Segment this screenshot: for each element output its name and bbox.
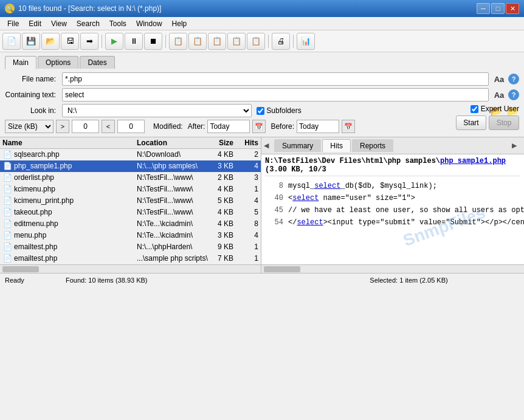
- file-icon: 📄: [2, 230, 12, 240]
- subfolders-checkbox[interactable]: [257, 107, 264, 115]
- containing-text-input[interactable]: [62, 88, 489, 102]
- file-hits: 3: [237, 173, 258, 182]
- file-location: N:\Te...\kciadmin\: [137, 219, 210, 228]
- stop-button[interactable]: Stop: [489, 115, 519, 130]
- file-row[interactable]: 📄 menu.php N:\Te...\kciadmin\ 3 KB 4: [0, 230, 261, 241]
- close-button[interactable]: ✕: [506, 3, 519, 14]
- detail-tabs-bar: ◀ Summary Hits Reports ▶: [261, 137, 524, 154]
- file-name: kcimenu_print.php: [14, 196, 74, 205]
- size-select[interactable]: Size (kB): [5, 120, 53, 133]
- toolbar-fwd[interactable]: ➡: [80, 33, 98, 50]
- tab-dates[interactable]: Dates: [80, 56, 114, 69]
- status-bar: Ready Found: 10 items (38.93 KB) Selecte…: [0, 273, 524, 286]
- file-location: N:\TestFil...\www\: [137, 196, 210, 205]
- toolbar-new[interactable]: 📄: [2, 33, 21, 50]
- modified-label: Modified:: [153, 122, 183, 131]
- toolbar-paste3[interactable]: 📋: [247, 33, 265, 50]
- toolbar-paste2[interactable]: 📋: [227, 33, 246, 50]
- before-calendar-btn[interactable]: 📅: [342, 120, 355, 133]
- size-lt-btn[interactable]: <: [102, 120, 115, 133]
- file-row[interactable]: 📄 kcimenu.php N:\TestFil...\www\ 4 KB 1: [0, 184, 261, 195]
- toolbar-open[interactable]: 📂: [41, 33, 60, 50]
- file-icon: 📄: [2, 253, 12, 263]
- toolbar-print[interactable]: 🖨: [272, 33, 290, 50]
- toolbar-sep3: [268, 35, 269, 48]
- toolbar-stop[interactable]: ⏹: [144, 33, 162, 50]
- file-row[interactable]: 📄 emailtest.php ...\sample php scripts\ …: [0, 253, 261, 264]
- file-hits: 4: [237, 162, 258, 170]
- file-hits: 1: [237, 185, 258, 193]
- menu-window[interactable]: Window: [131, 18, 167, 29]
- toolbar-copy[interactable]: 📋: [169, 33, 187, 50]
- tab-options[interactable]: Options: [38, 56, 78, 69]
- before-date-input[interactable]: [297, 120, 339, 133]
- detail-file-path: N:\TestFiles\Dev Files\html\php samples\: [265, 157, 440, 165]
- menu-tools[interactable]: Tools: [105, 18, 131, 29]
- file-row[interactable]: 📄 editmenu.php N:\Te...\kciadmin\ 4 KB 8: [0, 218, 261, 230]
- expert-user-checkbox[interactable]: [471, 105, 478, 113]
- file-name: php_sample1.php: [14, 162, 72, 170]
- file-name: menu.php: [14, 231, 46, 239]
- file-row[interactable]: 📄 orderlist.php N:\TestFil...\www\ 2 KB …: [0, 172, 261, 184]
- file-list-hscroll-thumb[interactable]: [2, 266, 39, 272]
- containing-text-help-icon[interactable]: ?: [508, 89, 519, 100]
- menu-view[interactable]: View: [46, 18, 72, 29]
- detail-tab-next-arrow[interactable]: ▶: [512, 142, 522, 150]
- toolbar-save[interactable]: 💾: [22, 33, 40, 50]
- col-header-size: Size: [210, 139, 237, 147]
- code-lines-container: 8mysql_select_db($db, $mysql_link);40<se…: [265, 180, 520, 229]
- detail-hscroll[interactable]: [261, 264, 524, 273]
- detail-hscroll-thumb[interactable]: [264, 266, 300, 272]
- detail-tab-reports[interactable]: Reports: [352, 139, 393, 152]
- file-name-help-icon[interactable]: ?: [508, 74, 519, 84]
- col-header-location: Location: [137, 139, 210, 147]
- after-calendar-btn[interactable]: 📅: [252, 120, 266, 133]
- containing-text-font-btn[interactable]: Aa: [492, 88, 506, 102]
- toolbar-report[interactable]: 📊: [297, 33, 315, 50]
- menu-search[interactable]: Search: [72, 18, 105, 29]
- col-header-name: Name: [2, 139, 137, 147]
- size-lt-input[interactable]: [117, 120, 145, 133]
- detail-tab-hits[interactable]: Hits: [322, 139, 351, 152]
- file-location: N:\...\phpHarden\: [137, 243, 210, 251]
- file-name-input[interactable]: [62, 72, 489, 86]
- menu-file[interactable]: File: [2, 18, 24, 29]
- detail-tab-prev-arrow[interactable]: ◀: [264, 142, 274, 150]
- containing-text-label: Containing text:: [5, 91, 60, 99]
- toolbar-paste[interactable]: 📋: [208, 33, 226, 50]
- file-list-hscroll[interactable]: [0, 264, 261, 273]
- toolbar-copy2[interactable]: 📋: [188, 33, 207, 50]
- file-name: orderlist.php: [14, 173, 54, 182]
- toolbar-pause[interactable]: ⏸: [125, 33, 143, 50]
- menu-edit[interactable]: Edit: [24, 18, 46, 29]
- start-button[interactable]: Start: [456, 115, 486, 130]
- toolbar-save2[interactable]: 🖫: [61, 33, 79, 50]
- window-title: 10 files found - [Search: select in N:\ …: [18, 4, 161, 13]
- look-in-select[interactable]: N:\: [62, 104, 252, 117]
- file-hits: 1: [237, 254, 258, 263]
- after-date-input[interactable]: [207, 120, 250, 133]
- minimize-button[interactable]: ─: [477, 3, 490, 14]
- tab-main[interactable]: Main: [5, 56, 36, 69]
- maximize-button[interactable]: □: [491, 3, 505, 14]
- size-gt-btn[interactable]: >: [56, 120, 69, 133]
- right-controls: Expert User Start Stop: [456, 105, 519, 130]
- before-label: Before:: [271, 122, 294, 131]
- file-row[interactable]: 📄 kcimenu_print.php N:\TestFil...\www\ 5…: [0, 195, 261, 207]
- file-name-font-btn[interactable]: Aa: [492, 72, 506, 86]
- file-icon: 📄: [2, 242, 12, 252]
- size-gt-input[interactable]: [72, 120, 99, 133]
- toolbar-play[interactable]: ▶: [105, 33, 123, 50]
- detail-file-link[interactable]: php_sample1.php: [440, 157, 506, 165]
- file-row[interactable]: 📄 takeout.php N:\TestFil...\www\ 4 KB 5: [0, 207, 261, 218]
- start-stop-row: Start Stop: [456, 115, 519, 130]
- detail-tab-summary[interactable]: Summary: [274, 139, 321, 152]
- file-hits: 8: [237, 219, 258, 228]
- file-row[interactable]: 📄 emailtest.php N:\...\phpHarden\ 9 KB 1: [0, 241, 261, 253]
- file-name: emailtest.php: [14, 254, 57, 263]
- file-row[interactable]: 📄 php_sample1.php N:\...\php samples\ 3 …: [0, 160, 261, 172]
- content-area: Name Location Size Hits 📄 sqlsearch.php …: [0, 137, 524, 273]
- file-icon: 📄: [2, 219, 12, 229]
- file-row[interactable]: 📄 sqlsearch.php N:\Download\ 4 KB 2: [0, 149, 261, 160]
- menu-help[interactable]: Help: [167, 18, 192, 29]
